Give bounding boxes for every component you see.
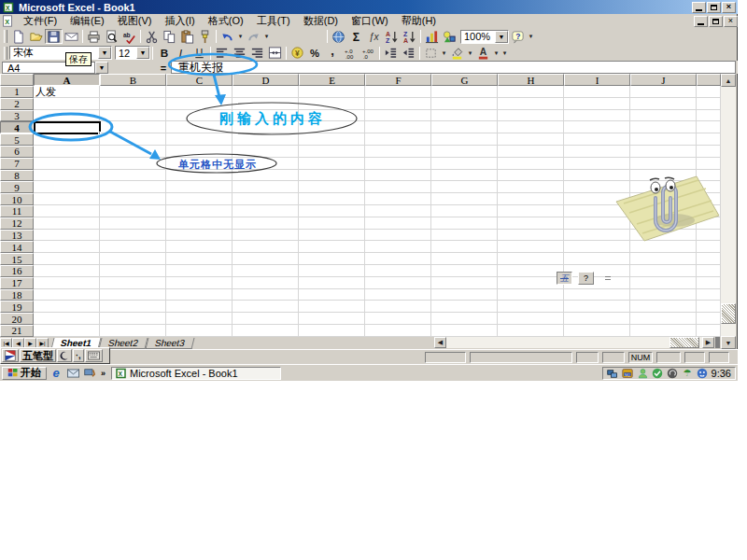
dec-decimal-button[interactable]: +.00.0: [359, 46, 377, 61]
inc-decimal-button[interactable]: +.0.00: [342, 46, 359, 61]
mail-button[interactable]: [63, 29, 80, 44]
cell-i13[interactable]: [564, 230, 630, 242]
cell-h9[interactable]: [498, 181, 564, 193]
cell-e12[interactable]: [299, 217, 365, 230]
cell-g21[interactable]: [431, 325, 498, 337]
sheet-tab-sheet3[interactable]: Sheet3: [145, 338, 194, 349]
cell-f9[interactable]: [365, 181, 431, 193]
sort-az-button[interactable]: AZ: [383, 29, 401, 44]
menu-item-0[interactable]: 文件(F): [17, 13, 63, 29]
cell-j21[interactable]: [630, 325, 697, 337]
row-header-6[interactable]: 6: [0, 146, 34, 158]
cell-d16[interactable]: [233, 265, 299, 277]
cell-d4[interactable]: [233, 121, 299, 133]
cell-d10[interactable]: [233, 193, 299, 205]
cell-h12[interactable]: [498, 217, 564, 230]
task-button-excel[interactable]: X Microsoft Excel - Book1: [111, 367, 281, 380]
cell-c12[interactable]: [166, 217, 233, 230]
tray-swirl-icon[interactable]: [667, 368, 679, 380]
cell-c3[interactable]: [166, 110, 233, 122]
dropdown-arrow[interactable]: ▾: [500, 46, 509, 61]
cell-b17[interactable]: [100, 277, 166, 289]
cell-h20[interactable]: [498, 313, 564, 325]
cell-f11[interactable]: [365, 205, 431, 217]
cell-f16[interactable]: [365, 265, 431, 277]
align-center-button[interactable]: [231, 46, 248, 61]
cell-g16[interactable]: [431, 265, 498, 277]
cell-g18[interactable]: [431, 289, 498, 301]
cell-e7[interactable]: [299, 158, 365, 170]
close-button[interactable]: ×: [722, 2, 736, 13]
cell-a17[interactable]: [34, 277, 100, 289]
cell-i11[interactable]: [564, 205, 630, 217]
select-all-corner[interactable]: [0, 74, 34, 86]
cell-c7[interactable]: [166, 158, 233, 170]
italic-button[interactable]: I: [173, 46, 190, 61]
cell-i19[interactable]: [564, 301, 630, 313]
minimize-button[interactable]: [692, 2, 706, 13]
cell-e17[interactable]: [299, 277, 365, 289]
cell-c19[interactable]: [166, 301, 233, 313]
cell-d3[interactable]: [233, 110, 299, 122]
cell-b12[interactable]: [100, 217, 166, 230]
cell-k3[interactable]: [697, 110, 721, 122]
print-button[interactable]: [85, 29, 103, 44]
column-header-f[interactable]: F: [365, 74, 431, 86]
cell-k1[interactable]: [697, 86, 721, 98]
cell-a11[interactable]: [34, 205, 100, 217]
cell-f7[interactable]: [365, 158, 431, 170]
cell-i20[interactable]: [564, 313, 630, 325]
cell-e8[interactable]: [299, 170, 365, 182]
cell-b5[interactable]: [100, 133, 166, 146]
dropdown-arrow[interactable]: ▾: [466, 46, 474, 61]
cell-h7[interactable]: [498, 158, 564, 170]
float-handle[interactable]: [599, 272, 615, 285]
cell-j17[interactable]: [630, 277, 697, 289]
cell-e4[interactable]: [299, 121, 365, 133]
cell-k10[interactable]: [697, 193, 721, 205]
cell-a20[interactable]: [34, 313, 100, 325]
start-button[interactable]: 开始: [2, 367, 47, 380]
cell-f3[interactable]: [365, 110, 431, 122]
cell-b20[interactable]: [100, 313, 166, 325]
cell-k21[interactable]: [697, 325, 721, 337]
undo-button[interactable]: [218, 29, 236, 44]
cell-a13[interactable]: [34, 230, 100, 242]
column-header-j[interactable]: J: [630, 74, 697, 86]
cell-e15[interactable]: [299, 253, 365, 265]
cell-i18[interactable]: [564, 289, 630, 301]
cell-b18[interactable]: [100, 289, 166, 301]
column-header-b[interactable]: B: [100, 74, 166, 86]
row-header-3[interactable]: 3: [0, 110, 34, 122]
cell-b10[interactable]: [100, 193, 166, 205]
cell-j11[interactable]: [630, 205, 697, 217]
cell-e20[interactable]: [299, 313, 365, 325]
restore-button[interactable]: [707, 2, 721, 13]
cell-c6[interactable]: [166, 146, 233, 158]
cell-g10[interactable]: [431, 193, 498, 205]
cell-a1[interactable]: 人发: [34, 86, 100, 98]
percent-button[interactable]: %: [306, 46, 324, 61]
cell-k5[interactable]: [697, 133, 721, 146]
cell-d18[interactable]: [233, 289, 299, 301]
inc-indent-button[interactable]: [400, 46, 417, 61]
ime-punctuation-icon[interactable]: ·,: [73, 349, 84, 362]
cell-j3[interactable]: [630, 110, 697, 122]
fill-handle[interactable]: [98, 132, 101, 134]
cell-j18[interactable]: [630, 289, 697, 301]
ime-keyboard-icon[interactable]: [85, 349, 103, 362]
cell-c15[interactable]: [166, 253, 233, 265]
fill-color-button[interactable]: [448, 46, 466, 61]
cell-i12[interactable]: [564, 217, 630, 230]
cell-b15[interactable]: [100, 253, 166, 265]
cell-d13[interactable]: [233, 230, 299, 242]
cell-c17[interactable]: [166, 277, 233, 289]
zoom-combobox[interactable]: 100%▼: [460, 30, 509, 44]
cell-i10[interactable]: [564, 193, 630, 205]
cell-j13[interactable]: [630, 230, 697, 242]
cell-g14[interactable]: [431, 241, 498, 253]
row-header-12[interactable]: 12: [0, 217, 34, 230]
cell-k7[interactable]: [697, 158, 721, 170]
row-header-5[interactable]: 5: [0, 133, 34, 146]
cell-h19[interactable]: [498, 301, 564, 313]
